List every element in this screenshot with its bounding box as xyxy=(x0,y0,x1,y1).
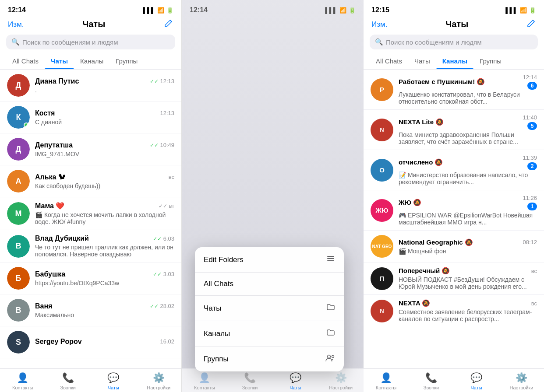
chat-content: Ваня✓✓ 28.02Максимально xyxy=(35,302,174,318)
channel-preview: Лукашенко констатировал, что в Беларуси … xyxy=(399,91,537,105)
left-compose-button[interactable] xyxy=(164,18,173,30)
chat-content: Sеrgey Popov16.02 xyxy=(35,338,174,347)
context-channels[interactable]: Каналы xyxy=(195,321,344,346)
right-search-bar[interactable]: 🔍 Поиск по сообщениям и людям xyxy=(370,35,538,49)
right-bottom-tab-calls[interactable]: 📞Звонки xyxy=(409,372,454,390)
middle-bottom-tab-calls[interactable]: 📞Звонки xyxy=(227,372,273,390)
middle-settings-icon: ⚙️ xyxy=(335,372,347,384)
svg-point-4 xyxy=(332,356,334,358)
avatar: S xyxy=(7,331,30,354)
chat-preview: 🎬 Когда не хочется мочить лапки в холодн… xyxy=(35,211,174,225)
chat-name: Диана Путис xyxy=(35,77,79,85)
right-bottom-tab-label: Звонки xyxy=(424,385,439,390)
middle-bottom-tab-settings[interactable]: ⚙️Настройки xyxy=(318,372,364,390)
channel-time: 11:26 xyxy=(523,195,537,201)
context-edit-folders[interactable]: Edit Folders xyxy=(195,247,344,273)
context-all-chats[interactable]: All Chats xyxy=(195,273,344,296)
middle-status-bar: 12:14 ▌▌▌ 📶 🔋 xyxy=(182,0,364,17)
right-channel-item[interactable]: РРаботаем с Пушкиным! 🔕12:146Лукашенко к… xyxy=(364,70,544,110)
channel-name: NEXTA 🔕 xyxy=(399,299,430,307)
right-calls-icon: 📞 xyxy=(425,372,437,384)
bottom-tab-label: Настройки xyxy=(147,385,170,390)
channel-meta: 11:405 xyxy=(523,114,537,130)
right-bottom-tab-contacts[interactable]: 👤Контакты xyxy=(364,372,409,390)
avatar: М xyxy=(7,202,30,225)
folder2-icon xyxy=(326,328,335,339)
left-chat-item[interactable]: ДДепутатша✓✓ 10:49IMG_9741.MOV xyxy=(0,133,181,165)
right-panel: 12:15 ▌▌▌ 📶 🔋 Изм. Чаты 🔍 Поиск по сообщ… xyxy=(364,0,544,392)
bottom-tab-contacts[interactable]: 👤Контакты xyxy=(0,372,46,390)
left-chat-item[interactable]: ББабушка✓✓ 3.03https://youtu.be/OtXq9PCa… xyxy=(0,262,181,294)
right-channel-item[interactable]: ППоперечный 🔕всНОВЫЙ ПОДКАСТ #БезДуши! О… xyxy=(364,262,544,295)
middle-panel: 12:14 ▌▌▌ 📶 🔋 Edit Folders All Chats Чат… xyxy=(182,0,364,392)
left-search-bar[interactable]: 🔍 Поиск по сообщениям и людям xyxy=(6,35,175,49)
right-wifi-icon: 📶 xyxy=(520,7,527,14)
right-channel-item[interactable]: NAT GEONational Geographic 🔕08:12🎬 Мощны… xyxy=(364,231,544,262)
left-tab-chats[interactable]: Чаты xyxy=(45,54,74,69)
middle-bottom-tab-chats[interactable]: 💬Чаты xyxy=(273,372,318,390)
left-title: Чаты xyxy=(82,19,105,29)
channel-badge: 2 xyxy=(527,162,537,170)
channel-header: ЖЮ 🔕11:261 xyxy=(399,195,537,210)
channel-content: Поперечный 🔕всНОВЫЙ ПОДКАСТ #БезДуши! Об… xyxy=(399,267,537,290)
channel-meta: 11:392 xyxy=(523,154,537,170)
left-tab-channels[interactable]: Каналы xyxy=(74,54,110,69)
right-edit-button[interactable]: Изм. xyxy=(371,20,387,29)
right-status-icons: ▌▌▌ 📶 🔋 xyxy=(505,7,536,14)
chat-name: Бабушка xyxy=(35,270,65,278)
bottom-tab-chats[interactable]: 💬Чаты xyxy=(91,372,136,390)
channel-meta: вс xyxy=(531,300,537,307)
channel-avatar: ЖЮ xyxy=(371,199,393,222)
right-bottom-tab-settings[interactable]: ⚙️Настройки xyxy=(499,372,544,390)
chat-name: Влад Дубицкий xyxy=(35,234,89,242)
chat-name: Депутатша xyxy=(35,141,73,149)
left-chat-item[interactable]: ААлька 🐿всКак свободен будешь)) xyxy=(0,165,181,197)
left-chat-item[interactable]: ВВлад Дубицкий✓✓ 6.03Че то тут не пришел… xyxy=(0,230,181,262)
context-groups[interactable]: Группы xyxy=(195,346,344,371)
channel-content: NEXTA Lite 🔕11:405Пока министр здравоохр… xyxy=(399,114,537,145)
middle-bottom-tab-contacts[interactable]: 👤Контакты xyxy=(182,372,227,390)
avatar: К xyxy=(7,106,30,129)
chat-name: Алька 🐿 xyxy=(35,173,65,181)
right-bottom-tab-chats[interactable]: 💬Чаты xyxy=(454,372,499,390)
right-battery-icon: 🔋 xyxy=(529,7,536,14)
avatar: Д xyxy=(7,138,30,161)
right-channel-item[interactable]: ЖЮЖЮ 🔕11:261🎮 EPSILION WAR @EpsilionWarB… xyxy=(364,190,544,231)
middle-bottom-tab-label: Настройки xyxy=(329,385,353,390)
right-tab-all[interactable]: All Chats xyxy=(370,54,408,69)
left-tab-groups[interactable]: Группы xyxy=(110,54,144,69)
chats-icon: 💬 xyxy=(107,372,119,384)
bottom-tab-calls[interactable]: 📞Звонки xyxy=(46,372,91,390)
svg-rect-2 xyxy=(327,260,334,261)
right-compose-button[interactable] xyxy=(526,18,536,30)
channel-header: NEXTA 🔕вс xyxy=(399,299,537,307)
right-tab-chats[interactable]: Чаты xyxy=(408,54,436,69)
left-chat-list: ДДиана Путис✓✓ 12:13.ККостя12:13С дианой… xyxy=(0,70,181,368)
right-channel-item[interactable]: NNEXTA Lite 🔕11:405Пока министр здравоох… xyxy=(364,110,544,150)
middle-chats-icon: 💬 xyxy=(290,372,301,384)
left-chat-item[interactable]: ДДиана Путис✓✓ 12:13. xyxy=(0,70,181,102)
bottom-tab-settings[interactable]: ⚙️Настройки xyxy=(136,372,182,390)
right-bottom-tab-label: Чаты xyxy=(470,385,482,390)
channel-name: National Geographic 🔕 xyxy=(399,238,473,246)
right-channel-item[interactable]: NNEXTA 🔕всСовместное заявление белорусск… xyxy=(364,295,544,327)
right-tab-channels[interactable]: Каналы xyxy=(436,54,473,69)
context-chats[interactable]: Чаты xyxy=(195,296,344,321)
chat-preview: . xyxy=(35,87,174,94)
settings-icon: ⚙️ xyxy=(153,372,165,384)
right-channel-item[interactable]: Оотчислено 🔕11:392📝 Министерство образов… xyxy=(364,150,544,190)
channel-time: 08:12 xyxy=(523,239,537,245)
middle-bottom-tab-label: Контакты xyxy=(194,385,215,390)
left-chat-item[interactable]: SSеrgey Popov16.02 xyxy=(0,326,181,358)
chat-preview: https://youtu.be/OtXq9PCa33w xyxy=(35,280,174,287)
right-nav-bar: Изм. Чаты xyxy=(364,17,544,35)
left-chat-item[interactable]: ММама ❤️✓✓ вт🎬 Когда не хочется мочить л… xyxy=(0,197,181,230)
right-status-bar: 12:15 ▌▌▌ 📶 🔋 xyxy=(364,0,544,17)
channel-content: Работаем с Пушкиным! 🔕12:146Лукашенко ко… xyxy=(399,74,537,105)
left-chat-item[interactable]: ВВаня✓✓ 28.02Максимально xyxy=(0,294,181,326)
folder-icon xyxy=(326,303,335,314)
left-tab-all[interactable]: All Chats xyxy=(6,54,45,69)
left-chat-item[interactable]: ККостя12:13С дианой xyxy=(0,102,181,133)
left-edit-button[interactable]: Изм. xyxy=(8,20,24,29)
right-tab-groups[interactable]: Группы xyxy=(473,54,508,69)
